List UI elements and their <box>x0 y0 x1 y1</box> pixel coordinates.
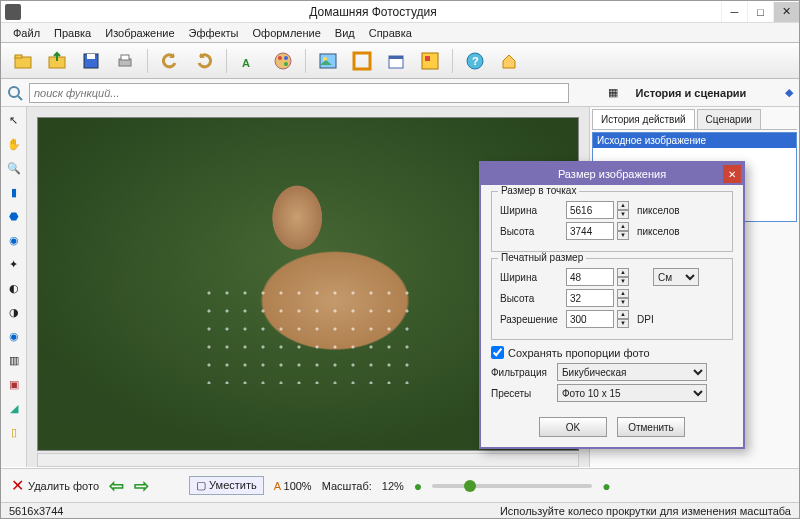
preset-select[interactable]: Фото 10 x 15 <box>557 384 707 402</box>
bottom-toolbar: ✕Удалить фото ⇦ ⇨ ▢ Уместить A 100% Масш… <box>1 468 799 502</box>
wand-icon[interactable]: ✦ <box>5 255 23 273</box>
svg-text:A: A <box>242 57 250 69</box>
svg-rect-6 <box>121 55 129 60</box>
zoom-slider[interactable] <box>432 484 592 488</box>
spin-up-icon[interactable]: ▲ <box>617 222 629 231</box>
group-print-size: Печатный размер Ширина ▲▼ См Высота ▲▼ Р… <box>491 258 733 340</box>
main-toolbar: A ? <box>1 43 799 79</box>
keep-ratio-label: Сохранять пропорции фото <box>508 347 650 359</box>
spin-down-icon[interactable]: ▼ <box>617 298 629 307</box>
height-cm-label: Высота <box>500 293 562 304</box>
redo-icon[interactable] <box>190 47 218 75</box>
left-toolbar: ↖ ✋ 🔍 ▮ ⬣ ◉ ✦ ◐ ◑ ◉ ▥ ▣ ◢ ▯ <box>1 107 27 467</box>
ok-button[interactable]: OK <box>539 417 607 437</box>
close-button[interactable]: ✕ <box>773 2 799 22</box>
pointer-icon[interactable]: ↖ <box>5 111 23 129</box>
statusbar: 5616x3744 Используйте колесо прокрутки д… <box>1 502 799 518</box>
stamp-icon[interactable]: ▣ <box>5 375 23 393</box>
palette-icon[interactable] <box>269 47 297 75</box>
width-cm-input[interactable] <box>566 268 614 286</box>
tab-scenarios[interactable]: Сценарии <box>697 109 761 129</box>
zoom-out-icon[interactable]: ● <box>414 478 422 494</box>
tab-history[interactable]: История действий <box>592 109 695 129</box>
spin-up-icon[interactable]: ▲ <box>617 268 629 277</box>
darken-icon[interactable]: ◑ <box>5 303 23 321</box>
width-cm-label: Ширина <box>500 272 562 283</box>
frame-icon[interactable] <box>348 47 376 75</box>
spin-down-icon[interactable]: ▼ <box>617 231 629 240</box>
clone-icon[interactable]: ◉ <box>5 231 23 249</box>
menu-file[interactable]: Файл <box>7 25 46 41</box>
calendar-icon[interactable] <box>382 47 410 75</box>
horizontal-scrollbar[interactable] <box>37 453 579 467</box>
image-icon[interactable] <box>314 47 342 75</box>
eye-icon[interactable]: ◉ <box>5 327 23 345</box>
menu-effects[interactable]: Эффекты <box>183 25 245 41</box>
minimize-button[interactable]: ─ <box>721 2 747 22</box>
open-icon[interactable] <box>9 47 37 75</box>
dialog-close-button[interactable]: ✕ <box>723 165 741 183</box>
prev-button[interactable]: ⇦ <box>109 475 124 497</box>
menu-image[interactable]: Изображение <box>99 25 180 41</box>
collage-icon[interactable] <box>416 47 444 75</box>
resolution-input[interactable] <box>566 310 614 328</box>
save-icon[interactable] <box>77 47 105 75</box>
dialog-title: Размер изображения <box>558 168 666 180</box>
levels-icon[interactable]: ▥ <box>5 351 23 369</box>
group-print-label: Печатный размер <box>498 252 586 263</box>
help-icon[interactable]: ? <box>461 47 489 75</box>
zoom-100-button[interactable]: A 100% <box>274 480 312 492</box>
zoom-in-icon[interactable]: ● <box>602 478 610 494</box>
menu-view[interactable]: Вид <box>329 25 361 41</box>
menu-help[interactable]: Справка <box>363 25 418 41</box>
menu-edit[interactable]: Правка <box>48 25 97 41</box>
drop-icon[interactable]: ⬣ <box>5 207 23 225</box>
spin-down-icon[interactable]: ▼ <box>617 210 629 219</box>
slider-knob[interactable] <box>464 480 476 492</box>
menubar: Файл Правка Изображение Эффекты Оформлен… <box>1 23 799 43</box>
cancel-button[interactable]: Отменить <box>617 417 685 437</box>
collapse-icon[interactable]: ◆ <box>785 86 793 99</box>
maximize-button[interactable]: □ <box>747 2 773 22</box>
text-icon[interactable]: A <box>235 47 263 75</box>
dialog-titlebar[interactable]: Размер изображения ✕ <box>481 163 743 185</box>
hand-icon[interactable]: ✋ <box>5 135 23 153</box>
contrast-icon[interactable]: ◐ <box>5 279 23 297</box>
print-icon[interactable] <box>111 47 139 75</box>
menu-decoration[interactable]: Оформление <box>247 25 327 41</box>
filter-select[interactable]: Бикубическая <box>557 363 707 381</box>
export-icon[interactable] <box>43 47 71 75</box>
height-cm-input[interactable] <box>566 289 614 307</box>
preset-label: Пресеты <box>491 388 553 399</box>
filter-label: Фильтрация <box>491 367 553 378</box>
home-icon[interactable] <box>495 47 523 75</box>
svg-rect-4 <box>87 54 95 59</box>
history-item[interactable]: Исходное изображение <box>593 133 796 148</box>
delete-icon: ✕ <box>11 476 24 495</box>
next-button[interactable]: ⇨ <box>134 475 149 497</box>
height-px-input[interactable] <box>566 222 614 240</box>
crop-icon[interactable]: ▯ <box>5 423 23 441</box>
delete-photo-button[interactable]: ✕Удалить фото <box>11 476 99 495</box>
keep-ratio-checkbox[interactable] <box>491 346 504 359</box>
spin-down-icon[interactable]: ▼ <box>617 319 629 328</box>
svg-point-11 <box>284 62 288 66</box>
spin-down-icon[interactable]: ▼ <box>617 277 629 286</box>
fit-button[interactable]: ▢ Уместить <box>189 476 264 495</box>
svg-rect-1 <box>15 55 22 58</box>
zoom-icon[interactable]: 🔍 <box>5 159 23 177</box>
search-input[interactable] <box>29 83 569 103</box>
svg-text:?: ? <box>472 55 479 67</box>
eraser-icon[interactable]: ◢ <box>5 399 23 417</box>
app-title: Домашняя Фотостудия <box>25 5 721 19</box>
height-px-label: Высота <box>500 226 562 237</box>
spin-up-icon[interactable]: ▲ <box>617 289 629 298</box>
unit-select[interactable]: См <box>653 268 699 286</box>
brush-icon[interactable]: ▮ <box>5 183 23 201</box>
width-px-input[interactable] <box>566 201 614 219</box>
undo-icon[interactable] <box>156 47 184 75</box>
spin-up-icon[interactable]: ▲ <box>617 201 629 210</box>
svg-rect-0 <box>15 57 31 68</box>
resize-dialog: Размер изображения ✕ Размер в точках Шир… <box>479 161 745 449</box>
spin-up-icon[interactable]: ▲ <box>617 310 629 319</box>
